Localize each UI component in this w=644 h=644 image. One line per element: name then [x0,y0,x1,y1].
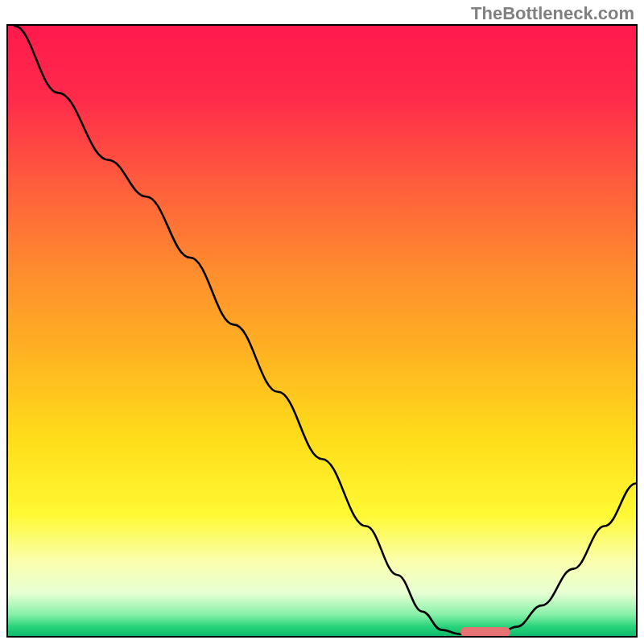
gradient-chart [8,26,636,636]
watermark-text: TheBottleneck.com [471,3,634,24]
optimal-range-marker [460,627,510,637]
gradient-background [8,26,636,636]
chart-frame [6,24,638,638]
